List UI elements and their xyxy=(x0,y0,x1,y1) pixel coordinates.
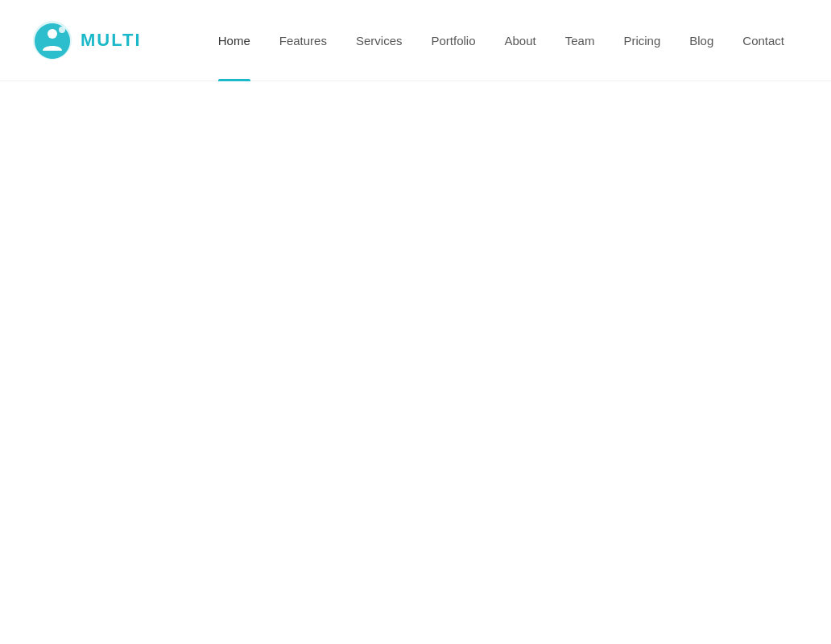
nav-item-blog[interactable]: Blog xyxy=(675,0,728,81)
nav-item-about[interactable]: About xyxy=(490,0,551,81)
svg-point-1 xyxy=(48,29,57,39)
svg-point-2 xyxy=(59,27,65,33)
nav-item-services[interactable]: Services xyxy=(341,0,417,81)
nav-item-features[interactable]: Features xyxy=(265,0,341,81)
nav-item-pricing[interactable]: Pricing xyxy=(609,0,675,81)
nav-item-portfolio[interactable]: Portfolio xyxy=(416,0,490,81)
main-nav: Home Features Services Portfolio About T… xyxy=(204,0,799,81)
site-header: MULTI Home Features Services Portfolio A… xyxy=(0,0,831,81)
nav-item-contact[interactable]: Contact xyxy=(728,0,799,81)
nav-item-team[interactable]: Team xyxy=(551,0,610,81)
nav-item-home[interactable]: Home xyxy=(204,0,265,81)
logo-text: MULTI xyxy=(81,30,142,51)
logo-icon xyxy=(32,20,72,60)
main-content xyxy=(0,81,831,644)
logo-link[interactable]: MULTI xyxy=(32,20,142,60)
